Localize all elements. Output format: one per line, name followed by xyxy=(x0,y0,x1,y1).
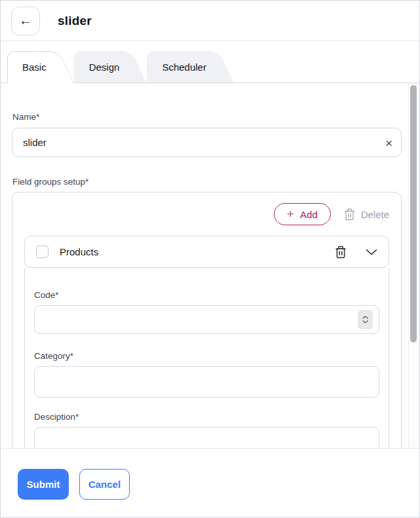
name-input-wrap: × xyxy=(12,128,402,157)
tab-bar: Basic Design Scheduler xyxy=(1,41,419,83)
category-field-label: Category* xyxy=(34,351,379,361)
form-scroll-area: Name* × Field groups setup* + Add xyxy=(1,83,419,448)
tab-basic[interactable]: Basic xyxy=(7,51,74,83)
group-collapse-button[interactable] xyxy=(366,249,377,255)
name-input[interactable] xyxy=(12,128,402,157)
chevron-up-icon xyxy=(362,316,368,319)
tab-scheduler[interactable]: Scheduler xyxy=(147,51,234,83)
name-field-label: Name* xyxy=(12,112,402,122)
trash-icon xyxy=(335,246,347,259)
delete-group-button[interactable]: Delete xyxy=(344,208,389,221)
group-checkbox[interactable] xyxy=(36,246,48,258)
back-button[interactable]: ← xyxy=(11,7,40,35)
tab-design[interactable]: Design xyxy=(74,51,147,83)
header: ← slider xyxy=(1,1,419,41)
code-field-label: Code* xyxy=(34,290,379,300)
number-stepper[interactable] xyxy=(358,310,373,329)
chevron-down-icon xyxy=(366,249,377,255)
field-groups-container: + Add Delete Products xyxy=(12,192,402,448)
field-groups-label: Field groups setup* xyxy=(12,177,402,187)
scrollbar-thumb[interactable] xyxy=(410,85,417,342)
slider-editor-window: ← slider Basic Design Scheduler Name* × … xyxy=(0,0,420,518)
scrollbar-track[interactable] xyxy=(408,83,419,448)
group-body: Code* Category* Desciption* xyxy=(24,268,389,448)
plus-icon: + xyxy=(287,208,294,220)
footer: Submit Cancel xyxy=(1,448,419,517)
add-group-button[interactable]: + Add xyxy=(274,203,331,225)
code-input-wrap xyxy=(34,305,379,334)
desciption-field-label: Desciption* xyxy=(34,412,379,422)
desciption-input[interactable] xyxy=(34,427,379,448)
delete-button-label: Delete xyxy=(361,209,389,220)
cancel-button[interactable]: Cancel xyxy=(79,469,130,500)
clear-icon[interactable]: × xyxy=(385,136,392,149)
tab-label: Basic xyxy=(22,62,47,73)
trash-icon xyxy=(344,208,355,221)
category-input[interactable] xyxy=(34,366,379,398)
page-title: slider xyxy=(58,14,92,28)
tab-label: Scheduler xyxy=(162,62,206,73)
code-input[interactable] xyxy=(34,305,379,334)
group-title: Products xyxy=(60,246,335,257)
arrow-left-icon: ← xyxy=(19,13,32,28)
add-button-label: Add xyxy=(300,209,318,220)
group-header-products[interactable]: Products xyxy=(24,236,389,268)
group-toolbar: + Add Delete xyxy=(24,203,389,225)
tab-label: Design xyxy=(89,62,120,73)
group-trash-button[interactable] xyxy=(335,246,347,259)
submit-button[interactable]: Submit xyxy=(18,469,69,500)
chevron-down-icon xyxy=(362,320,368,324)
